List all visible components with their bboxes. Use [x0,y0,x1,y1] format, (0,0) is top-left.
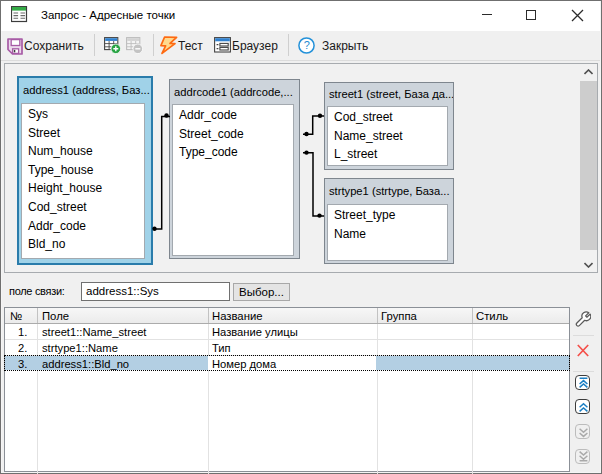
svg-text:?: ? [304,39,310,51]
